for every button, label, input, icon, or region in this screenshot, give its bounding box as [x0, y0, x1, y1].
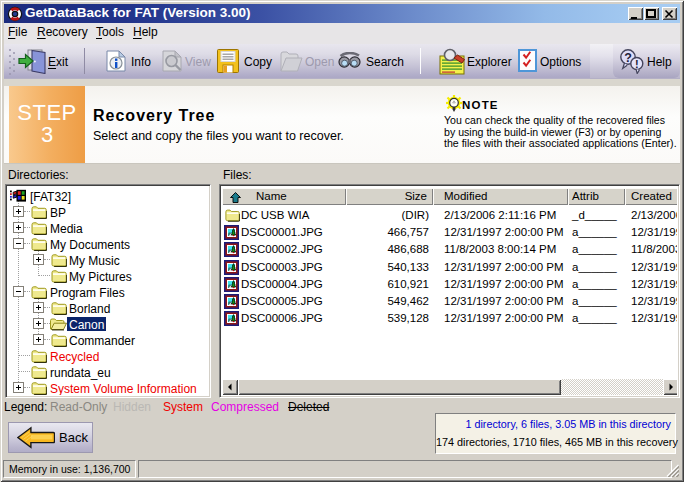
svg-text:!: !	[635, 58, 639, 70]
